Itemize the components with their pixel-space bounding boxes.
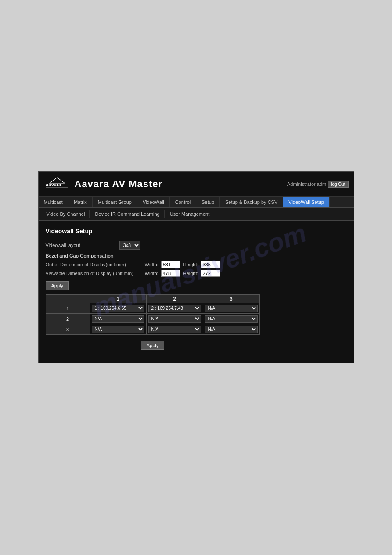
grid-cell-1-1: 1 : 169.254.6.65 N/A [90,303,146,314]
grid-cell-3-2: N/A [146,324,203,335]
aavara-logo: aavara [44,175,70,193]
viewable-dimension-label: Viewable Dimension of Display (unit:mm) [46,271,142,276]
grid-row-2: 2 N/A N/A N/A [46,314,259,324]
nav-videowall[interactable]: VideoWall [137,197,170,207]
viewable-width-label: Width: [145,271,158,276]
admin-label: Administrator adm [287,181,326,187]
secondary-nav-device-ir-command[interactable]: Device IR Command Learning [90,210,164,218]
logo-area: aavara Aavara AV Master [44,175,163,193]
grid-cell-select-3-1[interactable]: N/A [92,326,144,333]
grid-cell-1-2: 2 : 169.254.7.43 N/A [146,303,203,314]
grid-row-header-2: 2 [46,314,90,324]
nav-multicast-group[interactable]: Multicast Group [93,197,137,207]
nav-videowall-setup[interactable]: VideoWall Setup [283,197,330,207]
nav-multicast[interactable]: Multicast [39,197,68,207]
grid-cell-select-2-2[interactable]: N/A [148,315,201,323]
grid-cell-select-1-1[interactable]: 1 : 169.254.6.65 N/A [92,305,144,312]
grid-cell-1-3: N/A [203,303,259,314]
grid-col-header-1: 1 [90,295,146,303]
outter-height-input[interactable] [201,261,220,268]
grid-cell-2-2: N/A [146,314,203,324]
app-container: aavara Aavara AV Master Administrator ad… [38,171,354,363]
nav-setup-backup[interactable]: Setup & Backup by CSV [220,197,283,207]
bezel-apply-button[interactable]: Apply [46,281,69,290]
secondary-nav-user-management[interactable]: User Management [165,210,214,218]
outter-width-label: Width: [145,262,158,267]
grid-cell-select-2-3[interactable]: N/A [205,315,258,323]
layout-select[interactable]: 3x3 2x2 1x1 [119,241,140,250]
grid-cell-2-3: N/A [203,314,259,324]
primary-nav: Multicast Matrix Multicast Group VideoWa… [39,197,354,208]
nav-setup[interactable]: Setup [196,197,220,207]
outter-dimension-row: Outter Dimension of Display(unit:mm) Wid… [46,261,347,268]
bezel-title: Bezel and Gap Compensation [46,253,347,258]
viewable-width-input[interactable] [161,270,180,277]
secondary-nav-video-by-channel[interactable]: Video By Channel [42,210,90,218]
layout-row: Videowall layout 3x3 2x2 1x1 [46,241,347,250]
grid-cell-select-3-2[interactable]: N/A [148,326,201,333]
grid-row-1: 1 1 : 169.254.6.65 N/A 2 : 169.254.7.43 … [46,303,259,314]
grid-cell-select-1-3[interactable]: N/A [205,305,258,312]
grid-row-header-3: 3 [46,324,90,335]
header: aavara Aavara AV Master Administrator ad… [39,172,354,197]
grid-apply-row: Apply [46,335,259,356]
grid-col-header-3: 3 [203,295,259,303]
viewable-dimension-row: Viewable Dimension of Display (unit:mm) … [46,270,347,277]
svg-text:aavara: aavara [46,182,61,187]
viewable-height-label: Height: [183,271,198,276]
grid-corner-cell [46,295,90,303]
grid-cell-select-3-3[interactable]: N/A [205,326,258,333]
grid-apply-button[interactable]: Apply [141,341,165,350]
page-title: Videowall Setup [46,228,347,235]
grid-cell-select-2-1[interactable]: N/A [92,315,144,323]
admin-area: Administrator adm log Out [287,181,349,188]
logout-button[interactable]: log Out [328,181,348,188]
grid-cell-select-1-2[interactable]: 2 : 169.254.7.43 N/A [148,305,201,312]
grid-row-3: 3 N/A N/A N/A [46,324,259,335]
secondary-nav: Video By Channel Device IR Command Learn… [39,208,354,221]
grid-col-header-2: 2 [146,295,203,303]
videowall-grid: 1 2 3 1 1 : 169.254.6.65 N/A [46,294,260,355]
app-title: Aavara AV Master [75,178,163,190]
outter-dimension-label: Outter Dimension of Display(unit:mm) [46,262,142,267]
grid-cell-3-1: N/A [90,324,146,335]
viewable-height-input[interactable] [201,270,220,277]
content-area: Videowall Setup Videowall layout 3x3 2x2… [39,221,354,363]
layout-label: Videowall layout [46,243,116,248]
nav-matrix[interactable]: Matrix [68,197,93,207]
nav-control[interactable]: Control [170,197,196,207]
grid-cell-3-3: N/A [203,324,259,335]
outter-width-input[interactable] [161,261,180,268]
grid-row-header-1: 1 [46,303,90,314]
outter-height-label: Height: [183,262,198,267]
grid-cell-2-1: N/A [90,314,146,324]
